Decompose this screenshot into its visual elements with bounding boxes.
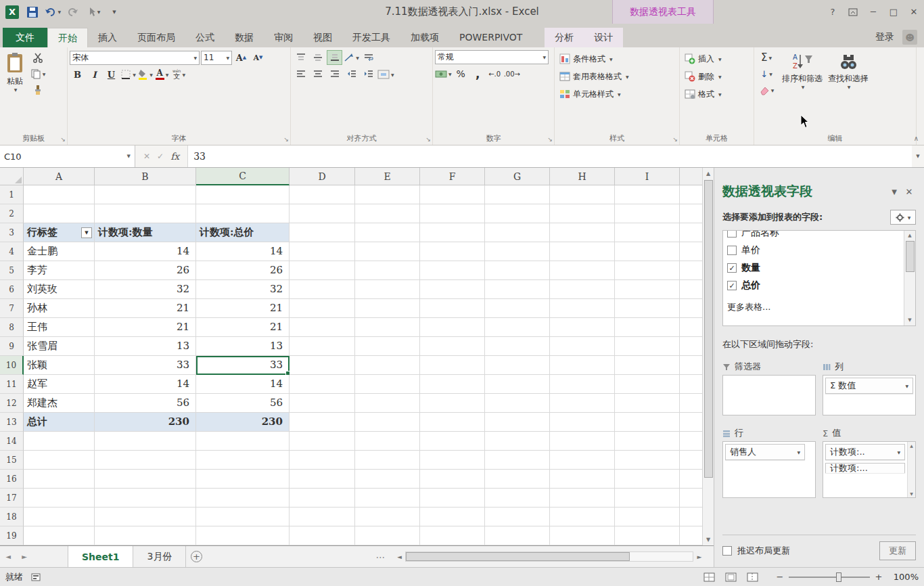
cell-B17[interactable] [95,489,196,508]
account-icon[interactable]: ☻ [902,30,917,45]
cell-C5[interactable]: 26 [196,261,290,280]
row-header-8[interactable]: 8 [0,318,24,337]
cell-I11[interactable] [615,375,680,394]
sheet-next-button[interactable]: ► [16,546,32,567]
cell-E8[interactable] [355,318,420,337]
cell-C14[interactable] [196,432,290,451]
row-header-15[interactable]: 15 [0,451,24,470]
tab-POWERPIVOT[interactable]: POWERPIVOT [449,28,532,47]
cell-D8[interactable] [290,318,355,337]
rows-item-salesperson[interactable]: 销售人▼ [725,444,805,460]
values-item-count-total[interactable]: 计数项:... [825,463,905,473]
cell-F2[interactable] [420,204,485,223]
row-header-12[interactable]: 12 [0,394,24,413]
cell-I2[interactable] [615,204,680,223]
cell-A10[interactable]: 张颖 [24,356,95,375]
panel-close-icon[interactable]: ✕ [902,187,916,197]
help-button[interactable]: ? [823,3,843,21]
cell-G10[interactable] [485,356,550,375]
undo-button[interactable]: ▼ [45,4,61,20]
cell-C10[interactable]: 33 [196,356,290,375]
format-as-table-button[interactable]: 套用表格格式▼ [557,68,677,85]
cell-F5[interactable] [420,261,485,280]
cell-A6[interactable]: 刘英玫 [24,280,95,299]
defer-layout-checkbox[interactable] [722,546,732,556]
insert-function-button[interactable]: fx [170,151,179,162]
fill-color-button[interactable]: ▼ [137,67,153,82]
format-painter-button[interactable] [29,83,47,97]
cell-F18[interactable] [420,508,485,526]
zoom-percentage[interactable]: 100% [889,572,919,582]
cell-B11[interactable]: 14 [95,375,196,394]
column-header-C[interactable]: C [196,168,290,185]
tab-插入[interactable]: 插入 [88,28,127,47]
cell-F15[interactable] [420,451,485,470]
vertical-scroll-thumb[interactable] [704,180,713,478]
cell-F16[interactable] [420,470,485,489]
cell-H2[interactable] [550,204,615,223]
cell-C7[interactable]: 21 [196,299,290,318]
horizontal-scroll-thumb[interactable] [406,552,629,561]
cell-I13[interactable] [615,413,680,432]
row-header-10[interactable]: 10 [0,356,24,375]
increase-indent-icon[interactable] [361,67,376,82]
cell-I10[interactable] [615,356,680,375]
cell-B15[interactable] [95,451,196,470]
row-header-4[interactable]: 4 [0,242,24,261]
cell-styles-button[interactable]: 单元格样式▼ [557,85,677,103]
tab-splitter[interactable]: ⋯ [375,546,385,567]
bottom-align-icon[interactable] [327,50,342,65]
cell-H17[interactable] [550,489,615,508]
cell-B4[interactable]: 14 [95,242,196,261]
cell-A3[interactable]: 行标签▼ [24,223,95,242]
cell-C11[interactable]: 14 [196,375,290,394]
touch-mode-button[interactable]: ▼ [85,4,101,20]
font-size-combo[interactable]: 11▼ [201,51,232,65]
cell-C3[interactable]: 计数项:总价 [196,223,290,242]
cell-B3[interactable]: 计数项:数量 [95,223,196,242]
cell-A4[interactable]: 金士鹏 [24,242,95,261]
cell-H6[interactable] [550,280,615,299]
update-button[interactable]: 更新 [879,541,916,560]
cell-D10[interactable] [290,356,355,375]
cell-C13[interactable]: 230 [196,413,290,432]
fill-button[interactable]: ↓▼ [758,66,775,81]
cell-D9[interactable] [290,337,355,356]
cell-A9[interactable]: 张雪眉 [24,337,95,356]
cell-C16[interactable] [196,470,290,489]
cell-F10[interactable] [420,356,485,375]
row-header-17[interactable]: 17 [0,489,24,508]
cell-C6[interactable]: 32 [196,280,290,299]
cell-F11[interactable] [420,375,485,394]
align-center-icon[interactable] [310,67,325,82]
underline-button[interactable]: U [103,67,119,82]
cell-H8[interactable] [550,318,615,337]
tab-数据[interactable]: 数据 [225,28,264,47]
column-header-E[interactable]: E [355,168,420,185]
cell-C1[interactable] [196,185,290,204]
cut-button[interactable] [29,50,47,65]
quantity-checkbox[interactable]: ✓ [727,263,737,273]
cell-G15[interactable] [485,451,550,470]
cell-D16[interactable] [290,470,355,489]
values-area-scrollbar[interactable]: ▲▼ [907,442,915,497]
cell-D15[interactable] [290,451,355,470]
cell-G5[interactable] [485,261,550,280]
unitprice-checkbox[interactable] [727,246,737,255]
zoom-in-button[interactable]: + [874,572,883,582]
horizontal-scrollbar[interactable]: ◄ ► [393,546,714,567]
cell-D14[interactable] [290,432,355,451]
cell-E14[interactable] [355,432,420,451]
page-break-view-icon[interactable] [744,570,760,584]
values-area-box[interactable]: 计数项:..▼ 计数项:... ▲▼ [823,441,916,498]
row-header-2[interactable]: 2 [0,204,24,223]
cell-B16[interactable] [95,470,196,489]
cell-B14[interactable] [95,432,196,451]
scroll-right-icon[interactable]: ► [693,551,706,562]
cell-C17[interactable] [196,489,290,508]
cell-E5[interactable] [355,261,420,280]
tab-开始[interactable]: 开始 [47,28,88,47]
cell-E19[interactable] [355,526,420,545]
cell-E9[interactable] [355,337,420,356]
phonetic-guide-button[interactable]: wén文▼ [171,67,187,82]
